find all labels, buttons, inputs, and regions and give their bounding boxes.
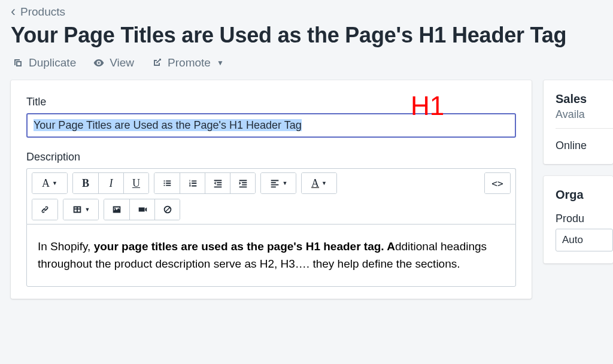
editor-toolbar: A▼ B I U ▼ A▼ <> — [26, 168, 516, 224]
product-type-label: Produ — [556, 213, 613, 225]
text-color-glyph: A — [311, 177, 319, 190]
promote-label: Promote — [168, 56, 211, 69]
no-icon — [162, 204, 173, 215]
annotation-overlay — [0, 299, 613, 364]
caret-down-icon: ▼ — [52, 180, 57, 186]
align-left-icon — [269, 178, 280, 189]
number-list-button[interactable] — [180, 173, 205, 193]
breadcrumb-label: Products — [20, 5, 65, 19]
view-button[interactable]: View — [93, 56, 134, 69]
title-input-value: Your Page Titles are Used as the Page's … — [34, 119, 302, 131]
external-link-icon — [151, 57, 163, 69]
link-button[interactable] — [32, 199, 57, 220]
italic-glyph: I — [110, 177, 113, 190]
description-label: Description — [26, 151, 516, 163]
caret-down-icon: ▼ — [321, 180, 327, 186]
clear-format-button[interactable] — [154, 199, 180, 220]
caret-down-icon: ▼ — [217, 59, 224, 67]
align-button[interactable]: ▼ — [261, 173, 296, 193]
font-family-button[interactable]: A▼ — [32, 173, 67, 193]
table-button[interactable]: ▼ — [63, 199, 98, 220]
desc-part-bold: your page titles are used as the page's … — [94, 240, 395, 253]
main-card: Title Your Page Titles are Used as the P… — [11, 80, 532, 299]
video-button[interactable] — [129, 199, 154, 220]
sales-card: Sales Availa Online — [544, 80, 613, 164]
bullet-list-icon — [162, 178, 172, 189]
chevron-left-icon: ‹ — [11, 4, 16, 19]
bold-glyph: B — [82, 177, 89, 190]
html-button[interactable]: <> — [485, 173, 510, 193]
org-heading: Orga — [556, 188, 613, 202]
caret-down-icon: ▼ — [283, 180, 288, 186]
breadcrumb[interactable]: ‹ Products — [0, 0, 76, 20]
bullet-list-button[interactable] — [154, 173, 180, 193]
indent-button[interactable] — [230, 173, 255, 193]
text-color-button[interactable]: A▼ — [302, 173, 336, 193]
duplicate-label: Duplicate — [29, 56, 76, 69]
product-type-input[interactable]: Auto — [556, 229, 613, 251]
view-label: View — [110, 56, 134, 69]
italic-button[interactable]: I — [98, 173, 123, 193]
number-list-icon — [187, 178, 198, 189]
outdent-button[interactable] — [205, 173, 230, 193]
product-type-value: Auto — [562, 234, 583, 245]
caret-down-icon: ▼ — [85, 207, 90, 213]
organization-card: Orga Produ Auto — [544, 176, 613, 263]
indent-icon — [238, 178, 248, 189]
bold-button[interactable]: B — [73, 173, 98, 193]
sales-sub: Availa — [556, 108, 613, 121]
underline-button[interactable]: U — [123, 173, 148, 193]
duplicate-button[interactable]: Duplicate — [12, 56, 76, 69]
description-editor[interactable]: In Shopify, your page titles are used as… — [26, 224, 516, 287]
page-title: Your Page Titles are Used as the Page's … — [0, 20, 613, 54]
outdent-icon — [213, 178, 223, 189]
image-icon — [111, 204, 122, 215]
desc-part-1: In Shopify, — [38, 240, 94, 253]
underline-glyph: U — [132, 177, 140, 190]
table-icon — [72, 204, 83, 215]
code-icon: <> — [491, 178, 503, 189]
duplicate-icon — [12, 57, 24, 69]
action-row: Duplicate View Promote ▼ — [0, 54, 613, 80]
online-row[interactable]: Online — [556, 128, 613, 152]
image-button[interactable] — [104, 199, 129, 220]
font-glyph: A — [42, 177, 50, 190]
video-icon — [137, 204, 148, 215]
annotation-h1-label: H1 — [411, 91, 444, 121]
sales-heading: Sales — [556, 92, 613, 106]
promote-button[interactable]: Promote ▼ — [151, 56, 224, 69]
eye-icon — [93, 57, 105, 69]
link-icon — [40, 204, 50, 215]
